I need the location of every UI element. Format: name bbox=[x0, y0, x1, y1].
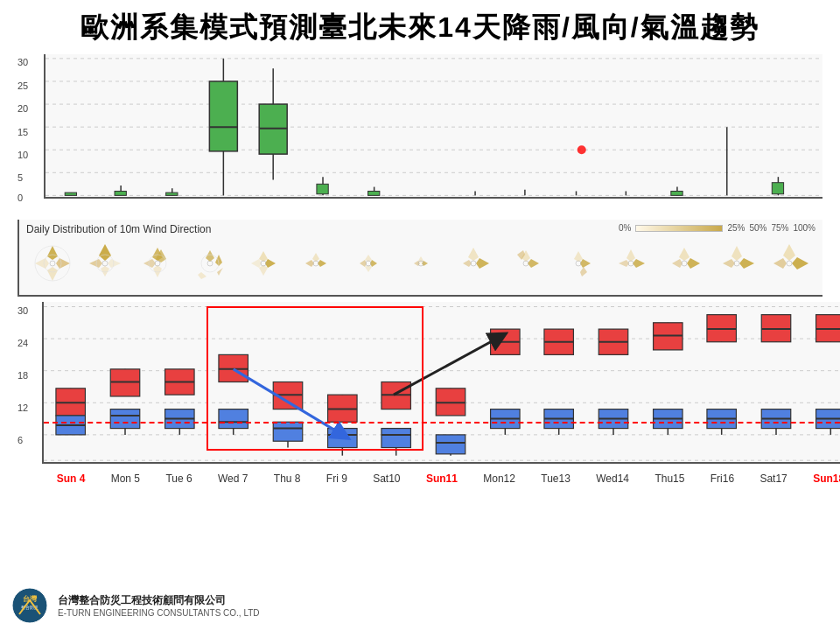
svg-marker-90 bbox=[619, 260, 629, 267]
wind-rose-8 bbox=[398, 241, 444, 286]
svg-rect-155 bbox=[436, 435, 465, 454]
svg-marker-64 bbox=[318, 260, 326, 267]
svg-marker-93 bbox=[687, 258, 700, 269]
x-label-wed14: Wed14 bbox=[596, 472, 629, 485]
x-label-fri16: Fri16 bbox=[710, 472, 734, 485]
svg-marker-41 bbox=[101, 266, 109, 276]
svg-marker-34 bbox=[47, 267, 58, 281]
svg-marker-49 bbox=[144, 259, 156, 268]
y2-label-6: 6 bbox=[18, 435, 23, 445]
page-title: 歐洲系集模式預測臺北未來14天降雨/風向/氣溫趨勢 bbox=[18, 9, 822, 47]
footer: 台灣 整合防災 台灣整合防災工程技術顧問有限公司 E-TURN ENGINEER… bbox=[10, 586, 260, 625]
company-logo: 台灣 整合防災 bbox=[10, 586, 49, 625]
wind-rose-3 bbox=[135, 241, 180, 286]
y2-label-30: 30 bbox=[18, 305, 28, 316]
x-label-tue13: Tue13 bbox=[541, 472, 570, 485]
wind-legend: 0% 25% 50% 75% 100% bbox=[619, 223, 816, 233]
wind-rose-2 bbox=[82, 241, 128, 286]
y-label-0: 0 bbox=[18, 192, 23, 203]
y2-label-12: 12 bbox=[18, 402, 28, 413]
svg-marker-43 bbox=[108, 259, 121, 268]
x-label-thu15: Thu15 bbox=[654, 472, 684, 485]
wind-title: Daily Distribution of 10m Wind Direction bbox=[26, 223, 211, 235]
wind-roses-row bbox=[26, 235, 816, 291]
svg-marker-76 bbox=[468, 248, 479, 261]
svg-rect-143 bbox=[328, 429, 357, 448]
x-label-wed7: Wed 7 bbox=[218, 472, 248, 485]
svg-marker-42 bbox=[89, 259, 102, 268]
x-label-sun4: Sun 4 bbox=[57, 472, 86, 485]
temp-threshold-line bbox=[44, 422, 840, 424]
svg-marker-78 bbox=[463, 260, 472, 267]
svg-marker-58 bbox=[259, 251, 268, 262]
wind-rose-5 bbox=[241, 241, 286, 286]
wind-rose-14 bbox=[714, 241, 760, 286]
svg-marker-98 bbox=[723, 259, 735, 268]
y-label-20: 20 bbox=[18, 103, 28, 114]
x-label-fri9: Fri 9 bbox=[326, 472, 347, 485]
svg-marker-89 bbox=[633, 259, 645, 268]
svg-point-26 bbox=[578, 145, 586, 154]
x-label-thu8: Thu 8 bbox=[274, 472, 301, 485]
svg-marker-92 bbox=[679, 248, 690, 261]
svg-rect-20 bbox=[317, 184, 328, 193]
svg-marker-55 bbox=[198, 272, 206, 279]
wind-rose-7 bbox=[346, 241, 391, 286]
svg-rect-119 bbox=[110, 410, 139, 429]
wind-rose-1 bbox=[30, 241, 75, 286]
svg-marker-97 bbox=[739, 258, 754, 269]
wind-rose-12 bbox=[608, 241, 654, 286]
x-axis-date-labels: Sun 4 Mon 5 Tue 6 Wed 7 Thu 8 Fri 9 Sat1… bbox=[44, 472, 840, 485]
svg-marker-101 bbox=[792, 257, 808, 270]
x-label-sat17: Sat17 bbox=[760, 472, 787, 485]
svg-marker-65 bbox=[305, 260, 314, 267]
svg-marker-96 bbox=[732, 246, 742, 261]
svg-marker-48 bbox=[153, 265, 162, 277]
svg-rect-137 bbox=[273, 422, 302, 441]
svg-line-200 bbox=[394, 337, 500, 395]
wind-rose-4 bbox=[187, 241, 233, 286]
svg-rect-149 bbox=[382, 429, 410, 448]
y2-label-18: 18 bbox=[18, 370, 28, 381]
svg-marker-54 bbox=[217, 268, 223, 276]
svg-marker-102 bbox=[774, 258, 787, 269]
wind-rose-11 bbox=[556, 241, 601, 286]
y2-label-24: 24 bbox=[18, 338, 28, 348]
svg-point-103 bbox=[787, 261, 792, 266]
chart2-svg bbox=[44, 302, 840, 462]
svg-marker-86 bbox=[580, 267, 587, 276]
svg-marker-85 bbox=[580, 259, 591, 268]
y-label-15: 15 bbox=[18, 127, 28, 137]
wind-rose-9 bbox=[451, 241, 496, 286]
svg-marker-35 bbox=[35, 258, 49, 269]
svg-point-44 bbox=[102, 261, 108, 266]
svg-rect-14 bbox=[209, 81, 237, 151]
wind-rose-10 bbox=[503, 241, 549, 286]
svg-rect-131 bbox=[219, 410, 248, 429]
x-label-tue6: Tue 6 bbox=[165, 472, 192, 485]
svg-rect-8 bbox=[65, 192, 76, 195]
wind-rose-15 bbox=[766, 241, 812, 286]
svg-marker-63 bbox=[312, 253, 319, 262]
x-label-sat10: Sat10 bbox=[373, 472, 400, 485]
svg-marker-33 bbox=[47, 246, 58, 260]
x-label-mon5: Mon 5 bbox=[111, 472, 140, 485]
y-label-25: 25 bbox=[18, 80, 28, 91]
svg-marker-40 bbox=[99, 244, 111, 261]
svg-marker-94 bbox=[672, 259, 682, 268]
svg-marker-59 bbox=[265, 259, 276, 268]
svg-rect-32 bbox=[772, 183, 783, 194]
svg-marker-84 bbox=[574, 251, 583, 262]
svg-marker-88 bbox=[626, 249, 635, 262]
svg-marker-100 bbox=[783, 244, 795, 261]
x-label-mon12: Mon12 bbox=[483, 472, 515, 485]
svg-rect-12 bbox=[166, 192, 178, 195]
wind-rose-13 bbox=[662, 241, 707, 286]
chart1-svg bbox=[46, 54, 822, 197]
svg-marker-77 bbox=[476, 258, 489, 269]
svg-point-37 bbox=[50, 261, 55, 266]
y-label-5: 5 bbox=[18, 172, 23, 183]
x-label-sun11: Sun11 bbox=[426, 472, 458, 485]
wind-rose-6 bbox=[293, 241, 339, 286]
svg-rect-10 bbox=[115, 191, 126, 195]
